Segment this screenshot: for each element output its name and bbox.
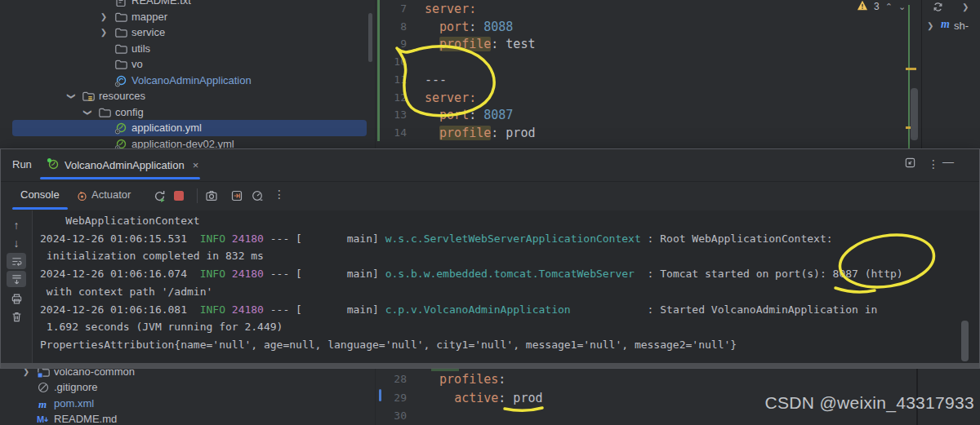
maven-module-label[interactable]: sh- — [954, 20, 969, 32]
folder-icon — [114, 11, 127, 24]
console-line: 1.692 seconds (JVM running for 2.449) — [40, 318, 903, 336]
project-tree-panel: README.txt❯mapper❯serviceutilsvoVolcanoA… — [0, 0, 376, 148]
editor-line: 7server: — [376, 0, 905, 18]
refresh-icon[interactable] — [932, 1, 945, 14]
scroll-down-icon[interactable]: ↓ — [7, 235, 26, 251]
tree-item-label: VolcanoAdminApplication — [131, 73, 252, 89]
editor-line: 9 profile: test — [376, 35, 905, 53]
editor-scroll-zone — [905, 0, 921, 148]
project-tree-panel-bottom: ❯volcano-common.gitignorempom.xmlMREADME… — [0, 369, 376, 425]
thread-dump-camera-icon[interactable] — [205, 189, 218, 202]
tree-item-label: resources — [99, 88, 145, 104]
tree-chevron-icon[interactable]: ❯ — [20, 369, 32, 380]
run-window-resize-handle[interactable] — [1, 363, 979, 368]
console-line: with context path '/admin' — [40, 283, 903, 301]
tab-actuator[interactable]: Actuator — [91, 188, 131, 201]
editor-line: 11--- — [376, 71, 905, 89]
stop-icon[interactable] — [174, 191, 187, 204]
tree-chevron-icon[interactable]: ❯ — [98, 24, 109, 41]
folder-icon — [114, 42, 127, 55]
scroll-to-end-icon[interactable] — [7, 271, 26, 287]
resources-folder-icon — [82, 90, 95, 103]
tree-item-config[interactable]: ❯config — [0, 104, 375, 121]
soft-wrap-icon[interactable] — [7, 253, 26, 269]
tree-chevron-icon[interactable]: ❯ — [79, 107, 96, 118]
tree-item-volcanoadminapplication[interactable]: VolcanoAdminApplication — [0, 73, 375, 89]
run-window-header: Run VolcanoAdminApplication × ⋮ — — [1, 149, 979, 182]
inspection-widget[interactable]: 3 ⌃ ⌄ — [857, 0, 905, 12]
tree-item-vo[interactable]: vo — [0, 56, 375, 73]
chevron-right-icon[interactable]: ❯ — [962, 2, 969, 11]
tree-item--gitignore[interactable]: .gitignore — [0, 379, 375, 396]
tree-item-pom-xml[interactable]: mpom.xml — [0, 396, 375, 412]
actuator-icon — [76, 190, 89, 203]
chevron-right-icon[interactable]: ❯ — [927, 21, 933, 30]
rerun-icon[interactable] — [153, 189, 166, 202]
tree-chevron-icon[interactable]: ❯ — [98, 9, 109, 25]
line-number: 10 — [381, 53, 407, 71]
tree-item-label: application-dev02.yml — [131, 136, 234, 149]
warning-stripe-mark[interactable] — [906, 68, 916, 70]
restore-window-icon[interactable] — [904, 157, 917, 170]
kebab-menu-icon[interactable]: ⋮ — [274, 188, 285, 201]
line-number: 11 — [381, 71, 407, 89]
scroll-up-icon[interactable]: ↑ — [7, 217, 26, 233]
line-number: 8 — [381, 18, 407, 36]
folder-icon — [114, 58, 127, 71]
tree-item-label: mapper — [131, 9, 167, 25]
ide-window: README.txt❯mapper❯serviceutilsvoVolcanoA… — [0, 0, 980, 425]
svg-text:M: M — [37, 414, 44, 424]
tree-item-readme-md[interactable]: MREADME.md — [0, 411, 375, 425]
console-line: initialization completed in 832 ms — [40, 247, 903, 265]
console-line: WebApplicationContext — [40, 212, 903, 230]
console-area[interactable]: ↑ ↓ WebApplicationContext2024-12-26 01:0… — [1, 210, 979, 363]
tree-item-application-yml[interactable]: application.yml — [0, 120, 375, 136]
tree-item-mapper[interactable]: ❯mapper — [0, 9, 375, 25]
line-number: 14 — [381, 124, 407, 142]
clear-all-trash-icon[interactable] — [7, 308, 26, 325]
line-number: 7 — [381, 0, 407, 18]
tree-item-service[interactable]: ❯service — [0, 24, 375, 41]
editor-line: 14 profile: prod — [376, 124, 905, 142]
gitignore-icon — [37, 381, 50, 394]
file-text-icon — [114, 0, 127, 7]
tree-item-resources[interactable]: ❯resources — [0, 88, 375, 104]
tree-item-label: pom.xml — [54, 396, 94, 412]
tree-chevron-icon[interactable]: ❯ — [63, 91, 79, 102]
tab-console[interactable]: Console — [20, 188, 60, 201]
line-number: 13 — [381, 106, 407, 124]
console-scrollbar-thumb[interactable] — [961, 321, 969, 361]
tree-item-label: application.yml — [131, 120, 202, 136]
console-left-toolbar: ↑ ↓ — [1, 210, 33, 363]
tree-item-label: .gitignore — [54, 379, 97, 396]
prev-problem-icon[interactable]: ⌃ — [885, 2, 893, 11]
minimize-icon[interactable]: — — [942, 155, 954, 168]
run-config-tab[interactable]: VolcanoAdminApplication × — [47, 155, 198, 175]
markdown-icon: M — [37, 413, 50, 425]
close-icon[interactable]: × — [193, 159, 199, 171]
tree-item-label: config — [115, 104, 144, 121]
tree-item-application-dev02-yml[interactable]: application-dev02.yml — [0, 136, 375, 149]
print-icon[interactable] — [7, 290, 26, 307]
console-line: 2024-12-26 01:06:15.531 INFO 24180 --- [… — [40, 230, 903, 248]
editor-line: 8 port: 8088 — [376, 18, 905, 36]
run-toolbar: Console Actuator ⋮ — [1, 181, 979, 210]
editor-pane[interactable]: 7server:8 port: 80889 profile: test1011-… — [376, 0, 905, 148]
tree-scrollbar-thumb[interactable] — [368, 13, 372, 62]
editor-line: 10 — [376, 53, 905, 71]
svg-text:m: m — [38, 397, 47, 410]
open-endpoint-icon[interactable] — [230, 189, 243, 202]
maven-icon: m — [941, 18, 950, 31]
gauge-icon[interactable] — [251, 189, 264, 202]
tree-item-utils[interactable]: utils — [0, 41, 375, 57]
kebab-menu-icon[interactable]: ⋮ — [928, 157, 939, 170]
warning-count: 3 — [874, 1, 880, 12]
line-number: 12 — [381, 89, 407, 107]
tree-item-readme-txt[interactable]: README.txt — [0, 0, 375, 9]
next-problem-icon[interactable]: ⌄ — [898, 2, 905, 11]
tree-item-volcano-common[interactable]: ❯volcano-common — [0, 369, 375, 380]
editor-scrollbar-thumb[interactable] — [911, 88, 918, 140]
folder-icon — [98, 106, 111, 119]
editor-line: 28 profiles: — [376, 370, 916, 388]
warning-icon — [857, 0, 868, 13]
